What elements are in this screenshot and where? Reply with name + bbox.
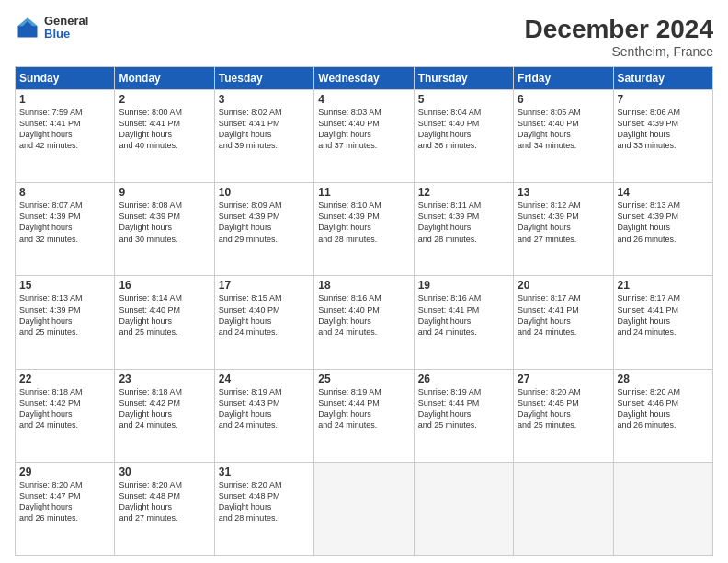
day-number: 16 [119,279,210,292]
day-number: 2 [119,93,210,106]
table-row: 8 Sunrise: 8:07 AMSunset: 4:39 PMDayligh… [16,183,713,276]
calendar-cell: 8 Sunrise: 8:07 AMSunset: 4:39 PMDayligh… [16,183,115,276]
calendar-cell [314,462,414,555]
cell-text: Sunrise: 8:20 AMSunset: 4:48 PMDaylight … [119,480,182,523]
page: General Blue December 2024 Sentheim, Fra… [0,0,728,563]
day-number: 24 [219,373,310,385]
day-number: 15 [19,279,110,292]
cell-text: Sunrise: 8:16 AMSunset: 4:40 PMDaylight … [318,293,381,336]
day-number: 13 [518,186,609,199]
day-number: 28 [618,373,709,385]
calendar-cell: 31 Sunrise: 8:20 AMSunset: 4:48 PMDaylig… [214,462,313,555]
calendar-cell: 26 Sunrise: 8:19 AMSunset: 4:44 PMDaylig… [414,369,513,462]
header: General Blue December 2024 Sentheim, Fra… [15,15,713,59]
col-monday: Monday [115,67,214,90]
calendar-cell: 14 Sunrise: 8:13 AMSunset: 4:39 PMDaylig… [613,183,712,276]
cell-text: Sunrise: 8:02 AMSunset: 4:41 PMDaylight … [219,108,282,150]
col-saturday: Saturday [613,67,712,90]
calendar-cell: 1 Sunrise: 7:59 AMSunset: 4:41 PMDayligh… [16,90,115,183]
calendar-cell: 24 Sunrise: 8:19 AMSunset: 4:43 PMDaylig… [214,369,313,462]
calendar-subtitle: Sentheim, France [525,44,713,59]
cell-text: Sunrise: 8:18 AMSunset: 4:42 PMDaylight … [119,387,182,430]
day-number: 19 [418,279,509,292]
col-tuesday: Tuesday [214,67,313,90]
day-number: 30 [119,465,210,478]
day-number: 29 [19,465,110,478]
cell-text: Sunrise: 8:19 AMSunset: 4:44 PMDaylight … [418,387,482,430]
cell-text: Sunrise: 8:18 AMSunset: 4:42 PMDaylight … [19,387,83,430]
day-number: 31 [219,465,310,478]
cell-text: Sunrise: 8:13 AMSunset: 4:39 PMDaylight … [618,201,681,243]
day-number: 8 [19,186,110,199]
day-number: 23 [119,373,210,385]
cell-text: Sunrise: 8:10 AMSunset: 4:39 PMDaylight … [318,201,381,243]
calendar-cell: 6 Sunrise: 8:05 AMSunset: 4:40 PMDayligh… [514,90,613,183]
logo-icon [15,15,40,40]
calendar-cell: 11 Sunrise: 8:10 AMSunset: 4:39 PMDaylig… [314,183,414,276]
logo-general: General [44,15,88,28]
day-number: 4 [318,93,409,106]
cell-text: Sunrise: 8:11 AMSunset: 4:39 PMDaylight … [418,201,482,243]
day-number: 12 [418,186,509,199]
calendar-cell [613,462,712,555]
day-number: 20 [518,279,609,292]
calendar-cell: 5 Sunrise: 8:04 AMSunset: 4:40 PMDayligh… [414,90,513,183]
col-friday: Friday [514,67,613,90]
calendar-cell [514,462,613,555]
logo: General Blue [15,15,88,41]
cell-text: Sunrise: 8:16 AMSunset: 4:41 PMDaylight … [418,293,482,336]
cell-text: Sunrise: 8:05 AMSunset: 4:40 PMDaylight … [518,108,581,150]
cell-text: Sunrise: 7:59 AMSunset: 4:41 PMDaylight … [19,108,83,150]
day-number: 25 [318,373,409,385]
calendar-header-row: Sunday Monday Tuesday Wednesday Thursday… [16,67,713,90]
day-number: 10 [219,186,310,199]
calendar-cell: 27 Sunrise: 8:20 AMSunset: 4:45 PMDaylig… [514,369,613,462]
day-number: 27 [518,373,609,385]
calendar-cell [414,462,513,555]
col-thursday: Thursday [414,67,513,90]
calendar-cell: 30 Sunrise: 8:20 AMSunset: 4:48 PMDaylig… [115,462,214,555]
day-number: 22 [19,373,110,385]
day-number: 18 [318,279,409,292]
table-row: 15 Sunrise: 8:13 AMSunset: 4:39 PMDaylig… [16,276,713,369]
calendar-cell: 13 Sunrise: 8:12 AMSunset: 4:39 PMDaylig… [514,183,613,276]
cell-text: Sunrise: 8:06 AMSunset: 4:39 PMDaylight … [618,108,681,150]
cell-text: Sunrise: 8:09 AMSunset: 4:39 PMDaylight … [219,201,282,243]
day-number: 17 [219,279,310,292]
table-row: 22 Sunrise: 8:18 AMSunset: 4:42 PMDaylig… [16,369,713,462]
calendar-cell: 2 Sunrise: 8:00 AMSunset: 4:41 PMDayligh… [115,90,214,183]
calendar-cell: 12 Sunrise: 8:11 AMSunset: 4:39 PMDaylig… [414,183,513,276]
day-number: 11 [318,186,409,199]
calendar-cell: 16 Sunrise: 8:14 AMSunset: 4:40 PMDaylig… [115,276,214,369]
day-number: 3 [219,93,310,106]
day-number: 21 [618,279,709,292]
calendar-cell: 23 Sunrise: 8:18 AMSunset: 4:42 PMDaylig… [115,369,214,462]
day-number: 14 [618,186,709,199]
cell-text: Sunrise: 8:19 AMSunset: 4:43 PMDaylight … [219,387,282,430]
cell-text: Sunrise: 8:20 AMSunset: 4:48 PMDaylight … [219,480,282,523]
day-number: 26 [418,373,509,385]
calendar-cell: 3 Sunrise: 8:02 AMSunset: 4:41 PMDayligh… [214,90,313,183]
cell-text: Sunrise: 8:12 AMSunset: 4:39 PMDaylight … [518,201,581,243]
cell-text: Sunrise: 8:19 AMSunset: 4:44 PMDaylight … [318,387,381,430]
calendar-cell: 19 Sunrise: 8:16 AMSunset: 4:41 PMDaylig… [414,276,513,369]
calendar-cell: 9 Sunrise: 8:08 AMSunset: 4:39 PMDayligh… [115,183,214,276]
day-number: 9 [119,186,210,199]
calendar-cell: 25 Sunrise: 8:19 AMSunset: 4:44 PMDaylig… [314,369,414,462]
cell-text: Sunrise: 8:14 AMSunset: 4:40 PMDaylight … [119,293,182,336]
cell-text: Sunrise: 8:13 AMSunset: 4:39 PMDaylight … [19,293,83,336]
logo-text: General Blue [44,15,88,41]
logo-blue: Blue [44,28,88,40]
cell-text: Sunrise: 8:00 AMSunset: 4:41 PMDaylight … [119,108,182,150]
calendar-cell: 21 Sunrise: 8:17 AMSunset: 4:41 PMDaylig… [613,276,712,369]
calendar-cell: 17 Sunrise: 8:15 AMSunset: 4:40 PMDaylig… [214,276,313,369]
cell-text: Sunrise: 8:20 AMSunset: 4:47 PMDaylight … [19,480,83,523]
day-number: 1 [19,93,110,106]
table-row: 29 Sunrise: 8:20 AMSunset: 4:47 PMDaylig… [16,462,713,555]
table-row: 1 Sunrise: 7:59 AMSunset: 4:41 PMDayligh… [16,90,713,183]
calendar-cell: 7 Sunrise: 8:06 AMSunset: 4:39 PMDayligh… [613,90,712,183]
day-number: 6 [518,93,609,106]
calendar-cell: 15 Sunrise: 8:13 AMSunset: 4:39 PMDaylig… [16,276,115,369]
calendar-cell: 28 Sunrise: 8:20 AMSunset: 4:46 PMDaylig… [613,369,712,462]
calendar-title: December 2024 [525,15,713,44]
